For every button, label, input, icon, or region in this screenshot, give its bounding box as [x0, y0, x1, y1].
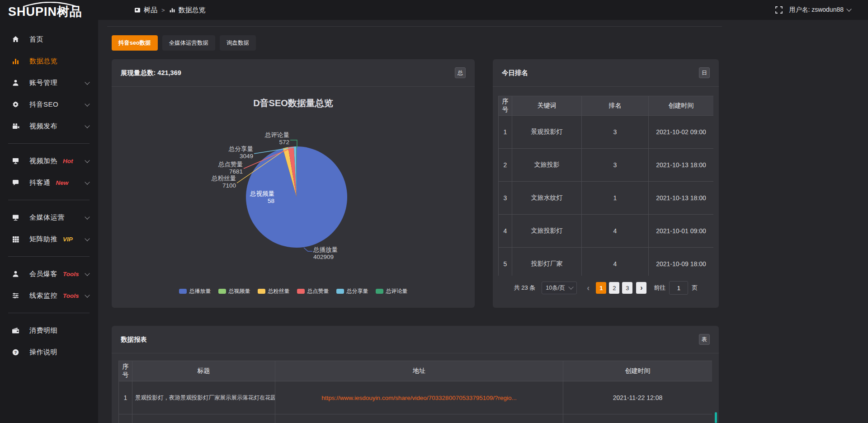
legend-label: 总播放量 — [189, 287, 211, 295]
sidebar-item-video-heat[interactable]: 视频加热Hot — [0, 150, 98, 172]
cell: 5 — [499, 248, 512, 276]
chevron-down-icon — [85, 179, 90, 184]
breadcrumb-current[interactable]: 数据总览 — [179, 6, 206, 14]
sidebar-item-label: 线索监控 — [29, 291, 57, 300]
pie-label-name: 总视频量 — [250, 190, 274, 197]
report-panel: 数据报表 表 序号标题地址创建时间1景观投影灯，夜游景观投影灯厂家展示展示落花灯… — [112, 326, 719, 423]
sidebar-item-operation-guide[interactable]: ?操作说明 — [0, 341, 98, 363]
pagination-total: 共 23 条 — [514, 284, 536, 292]
chart-legend: 总播放量总视频量总粉丝量总点赞量总分享量总评论量 — [112, 287, 475, 295]
table-row — [119, 414, 712, 423]
page-button-2[interactable]: 2 — [609, 282, 619, 294]
grid-icon — [12, 235, 19, 243]
legend-item[interactable]: 总视频量 — [218, 287, 250, 295]
username-dropdown[interactable]: 用户名: zswodun88 — [789, 6, 851, 14]
legend-item[interactable]: 总粉丝量 — [258, 287, 290, 295]
ranking-panel-title: 今日排名 — [502, 69, 528, 77]
cell: 文旅投影 — [512, 149, 582, 182]
sidebar-item-media-operation[interactable]: 全媒体运营 — [0, 207, 98, 228]
sidebar-item-clue-monitor[interactable]: 线索监控Tools — [0, 285, 98, 306]
sidebar-item-matrix-boost[interactable]: 矩阵助推VIP — [0, 228, 98, 250]
page-number-buttons: 123 — [596, 282, 632, 294]
pie-label-value: 58 — [268, 197, 274, 204]
cell: 1 — [499, 116, 512, 149]
legend-item[interactable]: 总分享量 — [336, 287, 368, 295]
legend-swatch — [258, 289, 265, 294]
next-page-button[interactable]: › — [636, 282, 646, 294]
goto-label: 前往 — [654, 284, 665, 292]
pagination: 共 23 条 10条/页 ‹ 123 › 前往 页 — [493, 280, 719, 296]
legend-swatch — [218, 289, 226, 294]
breadcrumb-root[interactable]: 树品 — [144, 6, 157, 14]
legend-item[interactable]: 总点赞量 — [297, 287, 329, 295]
legend-item[interactable]: 总评论量 — [376, 287, 408, 295]
sidebar-item-label: 账号管理 — [29, 79, 57, 87]
sidebar-item-label: 全媒体运营 — [29, 213, 65, 222]
breadcrumb: 树品 > 数据总览 — [134, 0, 206, 20]
report-data-table: 序号标题地址创建时间1景观投影灯，夜游景观投影灯厂家展示展示落花灯在花园里的灯光… — [118, 361, 712, 423]
chevron-down-icon — [85, 214, 90, 219]
legend-label: 总粉丝量 — [268, 287, 290, 295]
page-button-1[interactable]: 1 — [596, 282, 606, 294]
cell: 4 — [582, 248, 649, 276]
fullscreen-icon[interactable] — [775, 6, 783, 14]
sidebar-item-account-management[interactable]: 账号管理 — [0, 72, 98, 94]
legend-swatch — [376, 289, 383, 294]
video-link[interactable]: https://www.iesdouyin.com/share/video/70… — [321, 395, 517, 401]
report-panel-header: 数据报表 表 — [112, 326, 719, 353]
legend-swatch — [297, 289, 305, 294]
tab-media-operation-data[interactable]: 全媒体运营数据 — [162, 35, 216, 51]
pie-label-name: 总点赞量 — [218, 161, 243, 168]
pie-label-name: 总播放量 — [313, 246, 338, 253]
legend-label: 总评论量 — [386, 287, 408, 295]
chevron-down-icon — [85, 158, 90, 163]
tab-bar: 抖音seo数据全媒体运营数据询盘数据 — [112, 35, 256, 51]
page-size-select[interactable]: 10条/页 — [542, 282, 577, 294]
column-header: 创建时间 — [563, 361, 712, 381]
sidebar-item-badge: Tools — [63, 292, 79, 299]
pie-label-value: 7100 — [222, 182, 236, 189]
prev-page-button[interactable]: ‹ — [584, 283, 592, 293]
sidebar-item-label: 矩阵助推 — [29, 235, 57, 244]
table-row: 3文旅水纹灯12021-10-13 18:00 — [499, 182, 714, 215]
pie-label-name: 总分享量 — [228, 146, 253, 152]
sidebar-item-member-baoke[interactable]: 会员爆客Tools — [0, 263, 98, 285]
gear-icon — [12, 101, 19, 108]
logo-arc — [21, 2, 80, 7]
report-table: 序号标题地址创建时间1景观投影灯，夜游景观投影灯厂家展示展示落花灯在花园里的灯光… — [118, 361, 712, 423]
ranking-day-badge-button[interactable]: 日 — [699, 67, 710, 78]
sidebar-item-data-overview[interactable]: 数据总览 — [0, 50, 98, 72]
monitor-icon — [12, 214, 19, 221]
cell: 3 — [582, 149, 649, 182]
legend-item[interactable]: 总播放量 — [179, 287, 211, 295]
home-icon — [12, 36, 19, 43]
goto-page-input[interactable] — [669, 281, 688, 295]
report-table-badge-button[interactable]: 表 — [699, 334, 710, 345]
tab-inquiry-data[interactable]: 询盘数据 — [220, 35, 256, 51]
sidebar-item-badge: Tools — [63, 271, 79, 277]
sidebar-item-consumption-detail[interactable]: 消费明细 — [0, 320, 98, 341]
sidebar-item-video-publish[interactable]: 视频发布 — [0, 115, 98, 137]
page-button-3[interactable]: 3 — [622, 282, 632, 294]
chevron-down-icon — [85, 236, 90, 241]
cell: 文旅投影灯 — [512, 215, 582, 248]
sidebar-item-douketong[interactable]: 抖客通New — [0, 172, 98, 193]
legend-label: 总点赞量 — [307, 287, 329, 295]
page-size-value: 10条/页 — [546, 284, 565, 292]
ranking-table: 序号关键词排名创建时间1景观投影灯32021-10-02 09:002文旅投影3… — [498, 96, 713, 276]
sidebar-item-label: 抖音SEO — [29, 100, 58, 109]
help-icon: ? — [12, 348, 19, 356]
scrollbar-thumb[interactable] — [715, 412, 717, 423]
cell: 4 — [499, 215, 512, 248]
chart-bars-icon — [169, 7, 175, 13]
chevron-down-icon — [85, 271, 90, 276]
tab-douyin-seo-data[interactable]: 抖音seo数据 — [112, 35, 158, 51]
sidebar-item-home[interactable]: 首页 — [0, 28, 98, 50]
user-icon — [12, 79, 19, 87]
cell: 2021-10-01 09:00 — [649, 215, 714, 248]
cell — [132, 414, 275, 423]
app-logo: SHUPIN树品 — [8, 2, 82, 20]
wallet-icon — [12, 327, 19, 334]
sidebar-item-douyin-seo[interactable]: 抖音SEO — [0, 94, 98, 115]
overview-total-badge-button[interactable]: 总 — [455, 67, 466, 78]
